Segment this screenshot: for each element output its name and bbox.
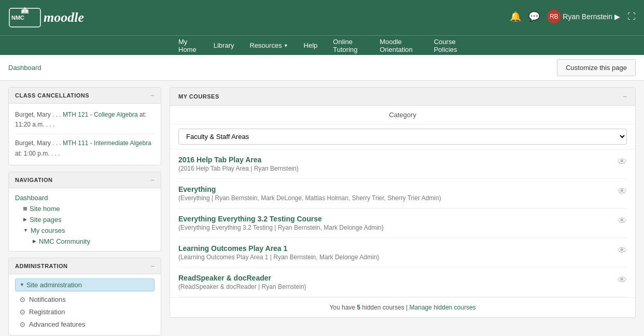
hidden-courses-bar: You have 5 hidden courses | Manage hidde… bbox=[170, 297, 635, 317]
class-cancellations-body: Burget, Mary . . . MTH 121 - College Alg… bbox=[9, 104, 161, 165]
class-cancellations-title: CLASS CANCELLATIONS bbox=[15, 92, 89, 99]
username-label: Ryan Bernstein bbox=[563, 12, 612, 21]
site-administration-item[interactable]: ▼ Site administration bbox=[15, 278, 155, 291]
nav-block-minimize-icon[interactable]: − bbox=[150, 176, 155, 184]
nav-arrow-right-icon: ▶ bbox=[23, 217, 27, 222]
course-list: 2016 Help Tab Play Area (2016 Help Tab P… bbox=[170, 149, 635, 297]
svg-point-4 bbox=[25, 9, 29, 12]
navigation-block-header: NAVIGATION − bbox=[9, 172, 161, 188]
expand-icon[interactable]: ⛶ bbox=[627, 12, 636, 21]
course-item-5: ReadSpeaker & docReader (ReadSpeaker & d… bbox=[178, 268, 627, 297]
course-meta-2: (Everything | Ryan Bernstein, Mark DeLon… bbox=[178, 194, 441, 202]
course-eye-icon-2[interactable]: 👁 bbox=[618, 186, 627, 197]
admin-block-minimize-icon[interactable]: − bbox=[150, 262, 155, 270]
course-item-3: Everything Everything 3.2 Testing Course… bbox=[178, 208, 627, 238]
course-link-4[interactable]: Learning Outcomes Play Area 1 bbox=[178, 244, 287, 253]
advanced-features-item[interactable]: ⚙ Advanced features bbox=[19, 318, 155, 331]
nav-item-course-policies[interactable]: Course Policies bbox=[427, 35, 473, 57]
course-link-5[interactable]: ReadSpeaker & docReader bbox=[178, 274, 271, 282]
administration-body: ▼ Site administration ⚙ Notifications ⚙ … bbox=[9, 274, 161, 335]
administration-block-header: ADMINISTRATION − bbox=[9, 258, 161, 274]
navigation-body: Dashboard Site home ▶ Site pages ▼ My co… bbox=[9, 188, 161, 251]
course-meta-5: (ReadSpeaker & docReader | Ryan Bernstei… bbox=[178, 283, 306, 290]
hidden-courses-count: 5 bbox=[357, 304, 360, 311]
user-avatar[interactable]: RB Ryan Bernstein ▶ bbox=[547, 10, 620, 23]
nav-arrow-down-icon: ▼ bbox=[23, 228, 28, 233]
nav-item-online-tutoring[interactable]: Online Tutoring bbox=[326, 35, 371, 57]
my-courses-body: Category Faculty & Staff Areas All Cours… bbox=[170, 106, 635, 317]
logo-area: NMC moodle bbox=[8, 4, 179, 31]
course-eye-icon-4[interactable]: 👁 bbox=[618, 245, 627, 256]
nav-nmc-community[interactable]: ▶ NMC Community bbox=[33, 236, 155, 247]
nav-dashboard-link[interactable]: Dashboard bbox=[15, 192, 155, 203]
svg-text:NMC: NMC bbox=[11, 15, 24, 21]
navigation-title: NAVIGATION bbox=[15, 177, 52, 183]
nav-bar: My Home Library Resources▼ Help Online T… bbox=[0, 35, 644, 55]
administration-title: ADMINISTRATION bbox=[15, 263, 68, 269]
course-item-1: 2016 Help Tab Play Area (2016 Help Tab P… bbox=[178, 149, 627, 179]
course-item-4: Learning Outcomes Play Area 1 (Learning … bbox=[178, 238, 627, 268]
messages-icon[interactable]: 💬 bbox=[528, 11, 540, 22]
nav-site-pages[interactable]: ▶ Site pages bbox=[23, 214, 155, 225]
nav-item-library[interactable]: Library bbox=[206, 38, 242, 52]
course-meta-3: (Everything Everything 3.2 Testing | Rya… bbox=[178, 224, 384, 231]
admin-expand-icon: ▼ bbox=[20, 282, 24, 287]
category-select[interactable]: Faculty & Staff Areas All Courses My Cou… bbox=[178, 129, 627, 145]
main-content: MY COURSES − Category Faculty & Staff Ar… bbox=[161, 87, 636, 335]
cancellation-link-2[interactable]: MTH 111 - Intermediate Algebra bbox=[63, 139, 151, 147]
course-eye-icon-3[interactable]: 👁 bbox=[618, 216, 627, 227]
nmc-owl-icon: NMC bbox=[8, 4, 41, 31]
nav-community-arrow-icon: ▶ bbox=[33, 239, 36, 244]
gear-advanced-icon: ⚙ bbox=[19, 320, 26, 329]
svg-point-3 bbox=[21, 9, 24, 12]
logo-text: moodle bbox=[44, 10, 84, 25]
block-minimize-icon[interactable]: − bbox=[150, 92, 155, 99]
my-courses-title: MY COURSES bbox=[178, 93, 219, 100]
customize-page-button[interactable]: Customize this page bbox=[557, 59, 636, 76]
course-link-3[interactable]: Everything Everything 3.2 Testing Course bbox=[178, 215, 322, 223]
course-eye-icon-1[interactable]: 👁 bbox=[618, 157, 627, 167]
my-courses-block: MY COURSES − Category Faculty & Staff Ar… bbox=[170, 87, 636, 318]
course-link-2[interactable]: Everything bbox=[178, 185, 216, 193]
notifications-item[interactable]: ⚙ Notifications bbox=[19, 293, 155, 306]
nav-item-my-home[interactable]: My Home bbox=[171, 35, 205, 57]
gear-registration-icon: ⚙ bbox=[19, 308, 26, 316]
cancellation-link-1[interactable]: MTH 121 - College Algebra bbox=[63, 111, 138, 118]
gear-notifications-icon: ⚙ bbox=[19, 296, 26, 304]
nav-item-moodle-orientation[interactable]: Moodle Orientation bbox=[372, 35, 426, 57]
cancellation-item-1: Burget, Mary . . . MTH 121 - College Alg… bbox=[15, 106, 155, 134]
registration-item[interactable]: ⚙ Registration bbox=[19, 306, 155, 318]
notifications-icon[interactable]: 🔔 bbox=[510, 11, 521, 22]
nav-item-resources[interactable]: Resources▼ bbox=[243, 38, 296, 52]
resources-dropdown-icon: ▼ bbox=[284, 43, 288, 48]
nav-site-home[interactable]: Site home bbox=[23, 203, 155, 214]
navigation-block: NAVIGATION − Dashboard Site home ▶ Site … bbox=[8, 172, 161, 251]
sidebar: CLASS CANCELLATIONS − Burget, Mary . . .… bbox=[8, 87, 161, 335]
manage-hidden-courses-link[interactable]: Manage hidden courses bbox=[410, 304, 476, 311]
class-cancellations-block: CLASS CANCELLATIONS − Burget, Mary . . .… bbox=[8, 87, 161, 165]
administration-block: ADMINISTRATION − ▼ Site administration ⚙… bbox=[8, 258, 161, 335]
course-meta-4: (Learning Outcomes Play Area 1 | Ryan Be… bbox=[178, 254, 379, 261]
cancellation-item-2: Burget, Mary . . . MTH 111 - Intermediat… bbox=[15, 134, 155, 162]
category-label: Category bbox=[170, 106, 635, 124]
course-eye-icon-5[interactable]: 👁 bbox=[618, 275, 627, 286]
user-dropdown-icon[interactable]: ▶ bbox=[614, 12, 620, 21]
course-meta-1: (2016 Help Tab Play Area | Ryan Bernstei… bbox=[178, 165, 299, 172]
course-item-2: Everything (Everything | Ryan Bernstein,… bbox=[178, 179, 627, 208]
course-link-1[interactable]: 2016 Help Tab Play Area bbox=[178, 156, 261, 164]
my-courses-header: MY COURSES − bbox=[170, 88, 635, 106]
my-courses-minimize-icon[interactable]: − bbox=[623, 93, 627, 100]
nav-item-help[interactable]: Help bbox=[297, 38, 325, 52]
nav-bullet-icon bbox=[23, 207, 27, 211]
nav-my-courses[interactable]: ▼ My courses bbox=[23, 225, 155, 236]
class-cancellations-header: CLASS CANCELLATIONS − bbox=[9, 88, 161, 104]
breadcrumb-dashboard[interactable]: Dashboard bbox=[8, 64, 41, 72]
